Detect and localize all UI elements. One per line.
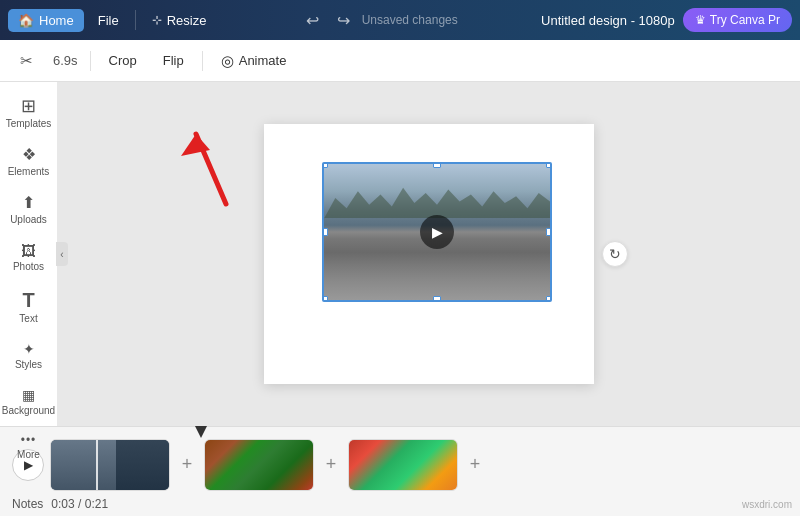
try-canva-button[interactable]: ♛ Try Canva Pr <box>683 8 792 32</box>
timeline-clip-3[interactable] <box>348 439 458 491</box>
crop-label: Crop <box>109 53 137 68</box>
undo-button[interactable]: ↩ <box>300 8 325 33</box>
file-label: File <box>98 13 119 28</box>
home-button[interactable]: 🏠 Home <box>8 9 84 32</box>
elements-label: Elements <box>8 166 50 177</box>
canvas-area: ▶ ↻ ↻ <box>58 82 800 426</box>
unsaved-changes-text: Unsaved changes <box>362 13 458 27</box>
selection-handle-tr[interactable] <box>546 162 552 168</box>
svg-line-0 <box>196 134 226 204</box>
flip-button[interactable]: Flip <box>153 48 194 73</box>
notes-label: Notes <box>12 497 43 511</box>
duration-display: 6.9s <box>49 53 82 68</box>
watermark: wsxdri.com <box>742 499 792 510</box>
photos-label: Photos <box>13 261 44 272</box>
timeline-footer: Notes 0:03 / 0:21 <box>0 492 800 516</box>
nav-divider <box>135 10 136 30</box>
background-label: Background <box>2 405 55 416</box>
animate-icon: ◎ <box>221 52 234 70</box>
templates-label: Templates <box>6 118 52 129</box>
sidebar-item-styles[interactable]: ✦ Styles <box>4 335 54 377</box>
file-button[interactable]: File <box>88 9 129 32</box>
collapse-sidebar-button[interactable]: ‹ <box>56 242 68 266</box>
photos-icon: 🖼 <box>21 243 36 258</box>
text-icon: T <box>22 290 34 310</box>
topbar: 🏠 Home File ⊹ Resize ↩ ↪ Unsaved changes… <box>0 0 800 40</box>
sidebar-item-background[interactable]: ▦ Background <box>4 381 54 423</box>
canvas-background: ▶ ↻ ↻ <box>264 124 594 384</box>
selection-handle-bl[interactable] <box>322 296 328 302</box>
video-clip-element[interactable]: ▶ ↻ <box>322 162 552 302</box>
selection-handle-tl[interactable] <box>322 162 328 168</box>
timeline-tracks: ▶ + + + <box>0 437 800 492</box>
time-total: 0:21 <box>85 497 108 511</box>
elements-icon: ❖ <box>22 147 36 163</box>
timeline-scrubber <box>0 427 800 437</box>
sidebar-item-photos[interactable]: 🖼 Photos <box>4 236 54 279</box>
crown-icon: ♛ <box>695 13 706 27</box>
sidebar-item-elements[interactable]: ❖ Elements <box>4 140 54 184</box>
time-display: 0:03 / 0:21 <box>51 497 108 511</box>
try-canva-label: Try Canva Pr <box>710 13 780 27</box>
svg-marker-1 <box>181 134 210 156</box>
selection-handle-lm[interactable] <box>322 228 328 236</box>
uploads-icon: ⬆ <box>22 195 35 211</box>
secondary-toolbar: ✂ 6.9s Crop Flip ◎ Animate <box>0 40 800 82</box>
video-play-overlay[interactable]: ▶ <box>420 215 454 249</box>
main-layout: ‹ ⊞ Templates ❖ Elements ⬆ Uploads 🖼 Pho… <box>0 82 800 426</box>
timeline-clip-1[interactable] <box>50 439 170 491</box>
canvas-refresh-button[interactable]: ↻ <box>602 241 628 267</box>
plus-icon-2: + <box>326 454 337 475</box>
resize-label: Resize <box>167 13 207 28</box>
selection-handle-br[interactable] <box>546 296 552 302</box>
scissors-icon: ✂ <box>10 47 43 75</box>
resize-icon: ⊹ <box>152 13 162 27</box>
templates-icon: ⊞ <box>21 97 36 115</box>
toolbar-separator-2 <box>202 51 203 71</box>
sidebar-item-templates[interactable]: ⊞ Templates <box>4 90 54 136</box>
time-current: 0:03 <box>51 497 74 511</box>
styles-label: Styles <box>15 359 42 370</box>
more-label: More <box>17 449 40 460</box>
plus-icon-end: + <box>470 454 481 475</box>
clip2-thumbnail <box>205 440 313 490</box>
clip1-thumbnail <box>51 440 169 490</box>
clip1-left-half <box>51 440 116 490</box>
text-label: Text <box>19 313 37 324</box>
toolbar-separator <box>90 51 91 71</box>
home-icon: 🏠 <box>18 13 34 28</box>
resize-button[interactable]: ⊹ Resize <box>142 9 217 32</box>
uploads-label: Uploads <box>10 214 47 225</box>
animate-label: Animate <box>239 53 287 68</box>
playhead-marker <box>195 426 207 438</box>
timeline: ▶ + + + Notes <box>0 426 800 516</box>
selection-handle-tm[interactable] <box>433 162 441 168</box>
timeline-clip-2[interactable] <box>204 439 314 491</box>
background-icon: ▦ <box>22 388 35 402</box>
design-title: Untitled design - 1080p <box>541 13 675 28</box>
sidebar-item-text[interactable]: T Text <box>4 283 54 331</box>
home-label: Home <box>39 13 74 28</box>
crop-button[interactable]: Crop <box>99 48 147 73</box>
animate-button[interactable]: ◎ Animate <box>211 47 297 75</box>
plus-icon-1: + <box>182 454 193 475</box>
selection-handle-rm[interactable] <box>546 228 552 236</box>
sidebar-item-uploads[interactable]: ⬆ Uploads <box>4 188 54 232</box>
redo-button[interactable]: ↪ <box>331 8 356 33</box>
time-separator: / <box>78 497 81 511</box>
clip1-right-half <box>116 440 169 490</box>
nav-center: ↩ ↪ Unsaved changes <box>220 8 537 33</box>
nav-right: Untitled design - 1080p ♛ Try Canva Pr <box>541 8 792 32</box>
selection-handle-bm[interactable] <box>433 296 441 302</box>
red-arrow-annotation <box>166 114 256 218</box>
flip-label: Flip <box>163 53 184 68</box>
add-clip-button-2[interactable]: + <box>320 454 342 476</box>
styles-icon: ✦ <box>23 342 35 356</box>
clip3-thumbnail <box>349 440 457 490</box>
add-clip-button-end[interactable]: + <box>464 454 486 476</box>
clip-playhead-line <box>96 440 98 490</box>
add-clip-button-1[interactable]: + <box>176 454 198 476</box>
sidebar: ⊞ Templates ❖ Elements ⬆ Uploads 🖼 Photo… <box>0 82 58 426</box>
